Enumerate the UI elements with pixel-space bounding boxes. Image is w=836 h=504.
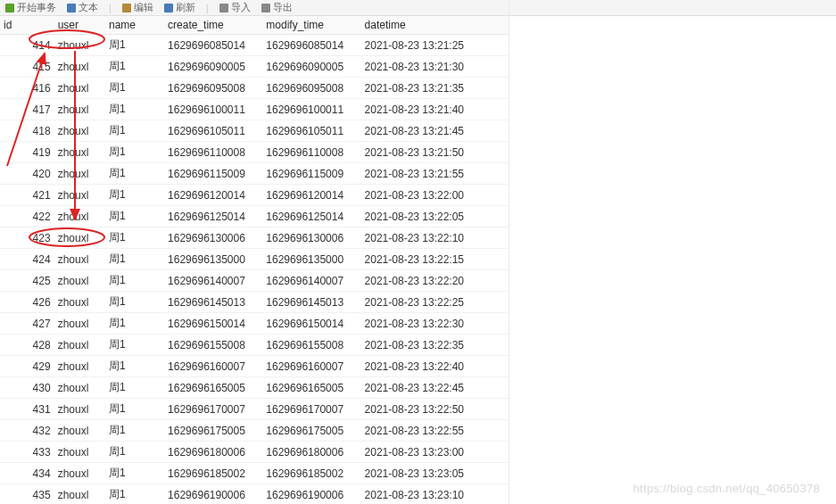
cell-datetime[interactable]: 2021-08-23 13:21:35 xyxy=(361,78,509,99)
cell-name[interactable]: 周1 xyxy=(105,442,164,463)
cell-id[interactable]: 435 xyxy=(0,484,54,505)
data-grid[interactable]: id user name create_time modify_time dat… xyxy=(0,16,509,504)
table-row[interactable]: 427zhouxl周116296961500141629696150014202… xyxy=(0,313,509,335)
cell-datetime[interactable]: 2021-08-23 13:22:00 xyxy=(361,185,509,206)
cell-user[interactable]: zhouxl xyxy=(54,206,105,227)
cell-id[interactable]: 432 xyxy=(0,420,54,442)
cell-create[interactable]: 1629696130006 xyxy=(164,227,262,249)
cell-name[interactable]: 周1 xyxy=(105,420,164,442)
cell-datetime[interactable]: 2021-08-23 13:22:35 xyxy=(361,335,509,356)
cell-datetime[interactable]: 2021-08-23 13:22:45 xyxy=(361,377,509,399)
table-row[interactable]: 434zhouxl周116296961850021629696185002202… xyxy=(0,463,509,484)
cell-id[interactable]: 417 xyxy=(0,99,54,120)
cell-datetime[interactable]: 2021-08-23 13:21:30 xyxy=(361,56,509,78)
cell-create[interactable]: 1629696120014 xyxy=(164,185,262,206)
cell-id[interactable]: 416 xyxy=(0,78,54,99)
cell-datetime[interactable]: 2021-08-23 13:21:50 xyxy=(361,142,509,163)
cell-create[interactable]: 1629696140007 xyxy=(164,270,262,292)
cell-user[interactable]: zhouxl xyxy=(54,99,105,120)
cell-create[interactable]: 1629696110008 xyxy=(164,142,262,163)
table-row[interactable]: 417zhouxl周116296961000111629696100011202… xyxy=(0,99,509,120)
cell-create[interactable]: 1629696185002 xyxy=(164,463,262,484)
cell-datetime[interactable]: 2021-08-23 13:21:40 xyxy=(361,99,509,120)
cell-user[interactable]: zhouxl xyxy=(54,377,105,399)
table-row[interactable]: 429zhouxl周116296961600071629696160007202… xyxy=(0,356,509,377)
cell-name[interactable]: 周1 xyxy=(105,185,164,206)
col-header-modify[interactable]: modify_time xyxy=(262,16,360,35)
cell-user[interactable]: zhouxl xyxy=(54,249,105,270)
cell-user[interactable]: zhouxl xyxy=(54,313,105,335)
cell-name[interactable]: 周1 xyxy=(105,335,164,356)
cell-id[interactable]: 422 xyxy=(0,206,54,227)
cell-datetime[interactable]: 2021-08-23 13:22:40 xyxy=(361,356,509,377)
toolbar-text-button[interactable]: 文本 xyxy=(67,1,98,14)
cell-id[interactable]: 428 xyxy=(0,335,54,356)
cell-id[interactable]: 423 xyxy=(0,227,54,249)
cell-modify[interactable]: 1629696180006 xyxy=(262,442,360,463)
header-row[interactable]: id user name create_time modify_time dat… xyxy=(0,16,509,35)
col-header-name[interactable]: name xyxy=(105,16,164,35)
cell-create[interactable]: 1629696105011 xyxy=(164,120,262,142)
cell-datetime[interactable]: 2021-08-23 13:23:10 xyxy=(361,484,509,505)
cell-modify[interactable]: 1629696145013 xyxy=(262,292,360,313)
cell-datetime[interactable]: 2021-08-23 13:21:45 xyxy=(361,120,509,142)
cell-name[interactable]: 周1 xyxy=(105,463,164,484)
cell-create[interactable]: 1629696190006 xyxy=(164,484,262,505)
cell-modify[interactable]: 1629696125014 xyxy=(262,206,360,227)
table-row[interactable]: 424zhouxl周116296961350001629696135000202… xyxy=(0,249,509,270)
cell-modify[interactable]: 1629696135000 xyxy=(262,249,360,270)
cell-id[interactable]: 427 xyxy=(0,313,54,335)
cell-id[interactable]: 429 xyxy=(0,356,54,377)
cell-id[interactable]: 430 xyxy=(0,377,54,399)
cell-name[interactable]: 周1 xyxy=(105,313,164,335)
toolbar-import-button[interactable]: 导入 xyxy=(219,1,251,14)
cell-user[interactable]: zhouxl xyxy=(54,442,105,463)
table-row[interactable]: 418zhouxl周116296961050111629696105011202… xyxy=(0,120,509,142)
cell-create[interactable]: 1629696180006 xyxy=(164,442,262,463)
cell-modify[interactable]: 1629696130006 xyxy=(262,227,360,249)
cell-user[interactable]: zhouxl xyxy=(54,35,105,56)
cell-datetime[interactable]: 2021-08-23 13:23:05 xyxy=(361,463,509,484)
cell-create[interactable]: 1629696165005 xyxy=(164,377,262,399)
table-row[interactable]: 433zhouxl周116296961800061629696180006202… xyxy=(0,442,509,463)
cell-name[interactable]: 周1 xyxy=(105,163,164,185)
cell-modify[interactable]: 1629696150014 xyxy=(262,313,360,335)
cell-name[interactable]: 周1 xyxy=(105,206,164,227)
cell-name[interactable]: 周1 xyxy=(105,249,164,270)
cell-id[interactable]: 421 xyxy=(0,185,54,206)
cell-name[interactable]: 周1 xyxy=(105,270,164,292)
cell-user[interactable]: zhouxl xyxy=(54,335,105,356)
table-row[interactable]: 415zhouxl周116296960900051629696090005202… xyxy=(0,56,509,78)
cell-id[interactable]: 418 xyxy=(0,120,54,142)
cell-name[interactable]: 周1 xyxy=(105,356,164,377)
cell-modify[interactable]: 1629696140007 xyxy=(262,270,360,292)
table-row[interactable]: 435zhouxl周116296961900061629696190006202… xyxy=(0,484,509,505)
toolbar-edit-button[interactable]: 编辑 xyxy=(122,1,153,14)
cell-user[interactable]: zhouxl xyxy=(54,78,105,99)
cell-create[interactable]: 1629696085014 xyxy=(164,35,262,56)
cell-user[interactable]: zhouxl xyxy=(54,420,105,442)
cell-name[interactable]: 周1 xyxy=(105,99,164,120)
col-header-user[interactable]: user xyxy=(54,16,105,35)
cell-datetime[interactable]: 2021-08-23 13:21:55 xyxy=(361,163,509,185)
table-row[interactable]: 419zhouxl周116296961100081629696110008202… xyxy=(0,142,509,163)
col-header-create[interactable]: create_time xyxy=(164,16,262,35)
cell-name[interactable]: 周1 xyxy=(105,399,164,420)
table-row[interactable]: 423zhouxl周116296961300061629696130006202… xyxy=(0,227,509,249)
cell-datetime[interactable]: 2021-08-23 13:22:55 xyxy=(361,420,509,442)
cell-id[interactable]: 415 xyxy=(0,56,54,78)
cell-id[interactable]: 431 xyxy=(0,399,54,420)
cell-create[interactable]: 1629696160007 xyxy=(164,356,262,377)
cell-datetime[interactable]: 2021-08-23 13:23:00 xyxy=(361,442,509,463)
toolbar-begin-tx-button[interactable]: 开始事务 xyxy=(5,1,56,14)
cell-user[interactable]: zhouxl xyxy=(54,227,105,249)
toolbar-refresh-button[interactable]: 刷新 xyxy=(164,1,195,14)
toolbar-export-button[interactable]: 导出 xyxy=(261,1,293,14)
cell-datetime[interactable]: 2021-08-23 13:22:30 xyxy=(361,313,509,335)
cell-user[interactable]: zhouxl xyxy=(54,56,105,78)
cell-datetime[interactable]: 2021-08-23 13:22:50 xyxy=(361,399,509,420)
cell-modify[interactable]: 1629696165005 xyxy=(262,377,360,399)
cell-id[interactable]: 425 xyxy=(0,270,54,292)
cell-modify[interactable]: 1629696185002 xyxy=(262,463,360,484)
table-row[interactable]: 416zhouxl周116296960950081629696095008202… xyxy=(0,78,509,99)
